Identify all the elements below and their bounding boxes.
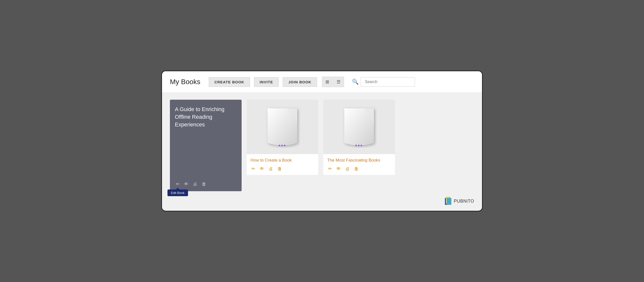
header: My Books CREATE BOOK INVITE JOIN BOOK ⊞ … [162, 71, 482, 93]
book-actions-2: ✏ 👁 🖨 🗑 [250, 166, 314, 172]
book-info-3: The Most Fascinating Books ✏ 👁 🖨 🗑 [323, 154, 395, 175]
list-view-button[interactable]: ☰ [333, 77, 344, 87]
book-card-1: A Guide to Enriching Offline Reading Exp… [170, 100, 242, 191]
book-card-dark-1: A Guide to Enriching Offline Reading Exp… [170, 100, 242, 191]
book-actions-3: ✏ 👁 🖨 🗑 [327, 166, 391, 172]
book-title-2: How to Create a Book [250, 158, 314, 163]
svg-rect-2 [447, 198, 451, 205]
pubnito-logo-icon [445, 197, 452, 205]
delete-icon-2[interactable]: 🗑 [278, 166, 282, 172]
print-icon-2[interactable]: 🖨 [268, 166, 273, 172]
view-icon-3[interactable]: 👁 [336, 166, 341, 172]
join-book-button[interactable]: JOIN BOOK [283, 77, 317, 87]
book-title-3: The Most Fascinating Books [327, 158, 391, 163]
create-book-button[interactable]: CREATE BOOK [209, 77, 250, 87]
book-card-2: ••• How to Create a Book ✏ 👁 🖨 🗑 [246, 100, 318, 175]
edit-icon-3[interactable]: ✏ [328, 166, 332, 172]
book-dots-3: ••• [355, 142, 363, 149]
book-cover-illustration-3 [339, 106, 379, 148]
search-area: 🔍 [350, 77, 474, 86]
book-card-3: ••• The Most Fascinating Books ✏ 👁 🖨 🗑 [323, 100, 395, 175]
app-window: My Books CREATE BOOK INVITE JOIN BOOK ⊞ … [161, 70, 483, 212]
grid-view-button[interactable]: ⊞ [322, 77, 333, 87]
book-dots-2: ••• [278, 142, 286, 149]
search-icon: 🔍 [352, 79, 358, 85]
view-icon-2[interactable]: 👁 [260, 166, 264, 172]
pubnito-label: PUBNiTO [454, 199, 474, 204]
view-icon-1[interactable]: 👁 [184, 182, 188, 187]
print-icon-1[interactable]: 🖨 [193, 182, 197, 187]
grid-icon: ⊞ [326, 80, 329, 84]
book-cover-illustration-2 [263, 106, 302, 148]
books-grid: A Guide to Enriching Offline Reading Exp… [162, 93, 482, 199]
list-icon: ☰ [336, 80, 340, 84]
edit-icon-1[interactable]: ✏ [176, 182, 180, 186]
view-toggle: ⊞ ☰ [322, 77, 344, 87]
edit-tooltip-wrap: ✏ Edit Book [176, 181, 180, 187]
search-input[interactable] [360, 77, 415, 86]
invite-button[interactable]: INVITE [254, 77, 279, 87]
book-cover-3: ••• [323, 100, 395, 154]
book-info-2: How to Create a Book ✏ 👁 🖨 🗑 [246, 154, 318, 175]
book-actions-1: ✏ Edit Book 👁 🖨 🗑 [175, 181, 237, 187]
page-title: My Books [170, 78, 200, 86]
book-title-1: A Guide to Enriching Offline Reading Exp… [175, 106, 237, 128]
edit-icon-2[interactable]: ✏ [252, 166, 255, 172]
book-cover-2: ••• [246, 100, 318, 154]
edit-tooltip: Edit Book [168, 190, 188, 196]
delete-icon-1[interactable]: 🗑 [202, 182, 206, 187]
pubnito-logo: PUBNiTO [445, 197, 474, 205]
print-icon-3[interactable]: 🖨 [345, 166, 350, 172]
search-icon-button[interactable]: 🔍 [350, 77, 360, 86]
delete-icon-3[interactable]: 🗑 [354, 166, 358, 172]
